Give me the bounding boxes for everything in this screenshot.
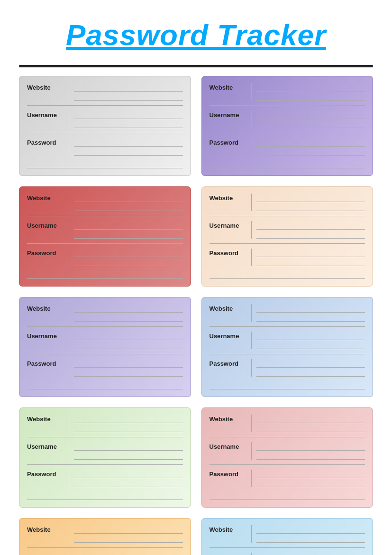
website-input[interactable] [256,527,365,534]
username-row: Username [210,111,365,128]
website-input-2[interactable] [74,315,183,322]
website-fields [251,525,365,543]
password-input-2[interactable] [74,149,183,156]
password-input-2[interactable] [256,481,365,487]
website-input[interactable] [256,85,365,92]
extra-input[interactable] [27,162,183,168]
website-input[interactable] [74,85,183,92]
username-input-2[interactable] [74,453,183,460]
website-row: Website [27,304,183,322]
username-fields [69,332,183,349]
username-input-2[interactable] [74,121,183,128]
website-input[interactable] [256,306,365,313]
username-input[interactable] [74,333,183,340]
website-fields [69,525,183,543]
username-label: Username [210,332,251,340]
website-fields [251,194,365,211]
password-input[interactable] [74,140,183,147]
password-input[interactable] [256,361,365,368]
password-label: Password [27,470,69,478]
website-input[interactable] [74,416,183,423]
password-input[interactable] [74,472,183,478]
extra-input[interactable] [27,272,183,279]
username-input[interactable] [74,444,183,451]
username-input[interactable] [256,223,365,230]
divider-1 [27,326,183,327]
extra-input[interactable] [210,162,365,168]
page-title: Password Tracker [66,18,326,51]
username-row: Username [27,553,183,555]
username-input[interactable] [74,112,183,119]
username-input-2[interactable] [74,342,183,349]
extra-input[interactable] [210,272,365,279]
password-row: Password [210,249,365,266]
password-card-8: Website Username Password [201,407,374,508]
extra-input[interactable] [210,493,365,500]
password-card-9: Website Username Password [19,518,191,555]
username-input-2[interactable] [74,232,183,239]
extra-input[interactable] [27,383,183,389]
password-input[interactable] [256,250,365,257]
website-row: Website [210,83,365,101]
website-input[interactable] [74,195,183,202]
divider-2 [210,133,365,133]
website-input-2[interactable] [74,426,183,432]
password-input[interactable] [256,472,365,478]
website-input[interactable] [74,527,183,534]
password-card-3: Website Username Password [19,186,191,287]
divider-2 [210,464,365,465]
top-divider [19,65,373,67]
website-input-2[interactable] [256,536,365,543]
divider-1 [27,216,183,216]
password-input[interactable] [256,140,365,147]
website-input[interactable] [256,416,365,423]
password-input-2[interactable] [256,370,365,377]
username-input-2[interactable] [256,121,365,128]
website-input-2[interactable] [256,94,365,101]
password-card-7: Website Username Password [19,407,191,508]
username-input-2[interactable] [256,232,365,239]
password-fields [69,359,183,377]
website-label: Website [27,525,69,533]
website-row: Website [27,415,183,432]
password-label: Password [210,470,251,478]
website-input-2[interactable] [74,94,183,101]
divider-1 [210,105,365,106]
password-input-2[interactable] [74,259,183,266]
username-input[interactable] [256,112,365,119]
username-fields [251,221,365,239]
website-row: Website [27,194,183,211]
username-input-2[interactable] [256,453,365,460]
password-label: Password [27,359,69,367]
username-input[interactable] [256,444,365,451]
username-input[interactable] [256,333,365,340]
password-input-2[interactable] [74,370,183,377]
website-input[interactable] [256,195,365,202]
website-input-2[interactable] [74,536,183,543]
website-input[interactable] [74,306,183,313]
password-input[interactable] [74,361,183,368]
website-row: Website [210,194,365,211]
website-input-2[interactable] [256,315,365,322]
extra-input[interactable] [210,383,365,389]
username-input[interactable] [74,223,183,230]
username-fields [251,442,365,460]
password-input-2[interactable] [256,259,365,266]
password-fields [251,359,365,377]
password-input-2[interactable] [256,149,365,156]
username-input-2[interactable] [256,342,365,349]
password-row: Password [27,470,183,487]
website-input-2[interactable] [256,426,365,432]
website-input-2[interactable] [256,204,365,211]
username-row: Username [27,111,183,128]
password-input-2[interactable] [74,481,183,487]
cards-grid: Website Username Password [19,76,373,555]
username-label: Username [27,553,69,555]
divider-1 [27,547,183,548]
extra-input[interactable] [27,493,183,500]
website-row: Website [27,83,183,101]
website-input-2[interactable] [74,204,183,211]
password-card-4: Website Username Password [201,186,374,287]
password-input[interactable] [74,250,183,257]
username-fields [251,332,365,349]
